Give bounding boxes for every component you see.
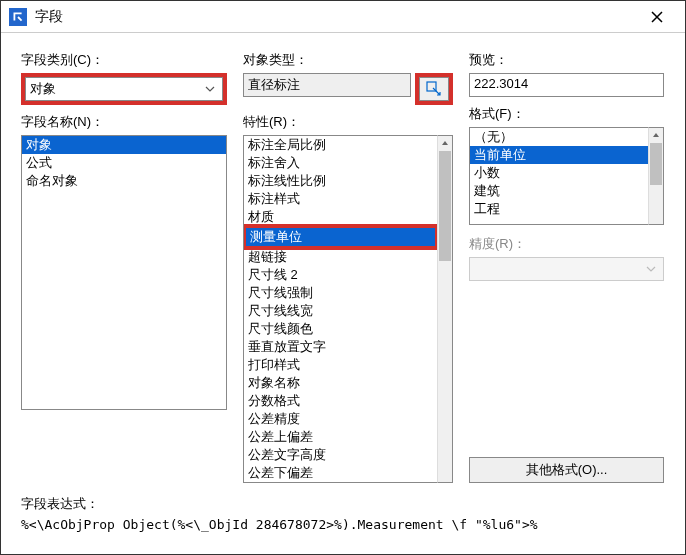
preview-label: 预览： xyxy=(469,51,664,69)
app-icon xyxy=(9,8,27,26)
preview-value: 222.3014 xyxy=(474,76,528,91)
list-item[interactable]: 超链接 xyxy=(244,248,437,266)
list-item[interactable]: 公差精度 xyxy=(244,410,437,428)
list-item[interactable]: 标注全局比例 xyxy=(244,136,437,154)
column-object-type: 对象类型： 直径标注 特性(R)： 标注全局比例标注舍入标注线性比例标注样式材质… xyxy=(243,51,453,483)
chevron-down-icon xyxy=(643,261,659,277)
list-item[interactable]: 尺寸线 2 xyxy=(244,266,437,284)
list-item[interactable]: 公式 xyxy=(22,154,226,172)
list-item[interactable]: 对象 xyxy=(22,136,226,154)
scrollbar-thumb[interactable] xyxy=(650,143,662,185)
properties-listbox[interactable]: 标注全局比例标注舍入标注线性比例标注样式材质测量单位超链接尺寸线 2尺寸线强制尺… xyxy=(243,135,437,483)
list-item[interactable]: 尺寸线颜色 xyxy=(244,320,437,338)
properties-scrollbar[interactable] xyxy=(437,135,453,483)
field-category-label: 字段类别(C)： xyxy=(21,51,227,69)
field-names-listbox[interactable]: 对象公式命名对象 xyxy=(21,135,227,410)
properties-list-wrap: 标注全局比例标注舍入标注线性比例标注样式材质测量单位超链接尺寸线 2尺寸线强制尺… xyxy=(243,135,453,483)
column-preview-format: 预览： 222.3014 格式(F)： （无）当前单位小数建筑工程 精度(R)： xyxy=(469,51,664,483)
format-scrollbar[interactable] xyxy=(648,127,664,225)
object-type-label: 对象类型： xyxy=(243,51,453,69)
close-icon xyxy=(651,11,663,23)
list-item[interactable]: 尺寸线线宽 xyxy=(244,302,437,320)
list-item[interactable]: 公差上偏差 xyxy=(244,428,437,446)
highlight-pick-button xyxy=(415,73,453,105)
list-item[interactable]: 标注样式 xyxy=(244,190,437,208)
list-item[interactable]: 垂直放置文字 xyxy=(244,338,437,356)
expression-value: %<\AcObjProp Object(%<\_ObjId 284678072>… xyxy=(21,517,665,532)
list-item[interactable]: 公差文字高度 xyxy=(244,446,437,464)
close-button[interactable] xyxy=(637,2,677,32)
column-field-category: 字段类别(C)： 对象 字段名称(N)： 对象公式命名对象 xyxy=(21,51,227,483)
object-type-value: 直径标注 xyxy=(248,76,300,94)
list-item[interactable]: 尺寸线强制 xyxy=(244,284,437,302)
list-item[interactable]: 公差下偏差 xyxy=(244,464,437,482)
window-title: 字段 xyxy=(35,8,637,26)
list-item[interactable]: 小数 xyxy=(470,164,648,182)
list-item[interactable]: 工程 xyxy=(470,200,648,218)
format-label: 格式(F)： xyxy=(469,105,664,123)
format-list-wrap: （无）当前单位小数建筑工程 xyxy=(469,127,664,225)
field-category-value: 对象 xyxy=(30,80,56,98)
scrollbar-thumb[interactable] xyxy=(439,151,451,261)
precision-label: 精度(R)： xyxy=(469,235,664,253)
scroll-up-button[interactable] xyxy=(649,128,663,142)
expression-section: 字段表达式： %<\AcObjProp Object(%<\_ObjId 284… xyxy=(1,495,685,532)
dialog-window: 字段 字段类别(C)： 对象 字段名称(N)： 对象公式命名对象 对象类型： xyxy=(0,0,686,555)
list-item[interactable]: （无） xyxy=(470,128,648,146)
list-item[interactable]: 命名对象 xyxy=(22,172,226,190)
object-type-display: 直径标注 xyxy=(243,73,411,97)
object-type-row: 直径标注 xyxy=(243,73,453,105)
list-item[interactable]: 测量单位 xyxy=(246,228,435,246)
list-item[interactable]: 打印样式 xyxy=(244,356,437,374)
expression-label: 字段表达式： xyxy=(21,495,665,513)
highlight-selected-property: 测量单位 xyxy=(243,224,437,250)
other-format-button[interactable]: 其他格式(O)... xyxy=(469,457,664,483)
list-item[interactable]: 对象名称 xyxy=(244,374,437,392)
list-item[interactable]: 标注舍入 xyxy=(244,154,437,172)
list-item[interactable]: 标注线性比例 xyxy=(244,172,437,190)
field-category-dropdown[interactable]: 对象 xyxy=(25,77,223,101)
list-item[interactable]: 分数格式 xyxy=(244,392,437,410)
precision-dropdown xyxy=(469,257,664,281)
list-item[interactable]: 建筑 xyxy=(470,182,648,200)
highlight-category-dropdown: 对象 xyxy=(21,73,227,105)
chevron-down-icon xyxy=(202,81,218,97)
format-listbox[interactable]: （无）当前单位小数建筑工程 xyxy=(469,127,648,225)
preview-box: 222.3014 xyxy=(469,73,664,97)
pick-object-button[interactable] xyxy=(419,77,449,101)
list-item[interactable]: 当前单位 xyxy=(470,146,648,164)
properties-label: 特性(R)： xyxy=(243,113,453,131)
select-object-icon xyxy=(426,81,442,97)
scroll-up-button[interactable] xyxy=(438,136,452,150)
dialog-content: 字段类别(C)： 对象 字段名称(N)： 对象公式命名对象 对象类型： 直径标注 xyxy=(1,33,685,495)
field-names-label: 字段名称(N)： xyxy=(21,113,227,131)
other-format-label: 其他格式(O)... xyxy=(526,461,608,479)
titlebar: 字段 xyxy=(1,1,685,33)
